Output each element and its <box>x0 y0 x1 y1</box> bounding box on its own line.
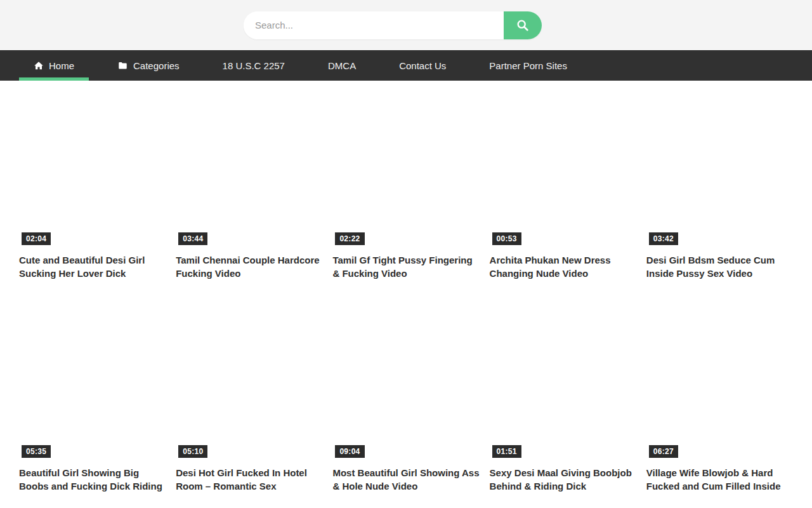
duration-badge: 06:27 <box>649 445 678 458</box>
video-card: 05:35 Beautiful Girl Showing Big Boobs a… <box>19 298 166 493</box>
nav-item-partner-porn-sites[interactable]: Partner Porn Sites <box>475 50 582 81</box>
nav-item-label: Home <box>49 60 74 71</box>
video-grid: 02:04 Cute and Beautiful Desi Girl Sucki… <box>19 85 793 493</box>
search-icon <box>516 18 530 32</box>
folder-icon <box>117 61 128 70</box>
video-title-link[interactable]: Desi Girl Bdsm Seduce Cum Inside Pussy S… <box>646 253 793 280</box>
video-title-link[interactable]: Archita Phukan New Dress Changing Nude V… <box>490 253 636 280</box>
video-card: 05:10 Desi Hot Girl Fucked In Hotel Room… <box>176 298 322 493</box>
video-card: 02:22 Tamil Gf Tight Pussy Fingering & F… <box>332 85 479 280</box>
video-title-link[interactable]: Tamil Chennai Couple Hardcore Fucking Vi… <box>176 253 322 280</box>
nav-item-dmca[interactable]: DMCA <box>313 50 370 81</box>
nav-item-18-u-s-c-2257[interactable]: 18 U.S.C 2257 <box>208 50 299 81</box>
duration-badge: 03:42 <box>649 232 678 245</box>
duration-badge: 05:35 <box>22 445 51 458</box>
video-card: 03:42 Desi Girl Bdsm Seduce Cum Inside P… <box>646 85 793 280</box>
video-card: 03:44 Tamil Chennai Couple Hardcore Fuck… <box>176 85 322 280</box>
nav-item-label: DMCA <box>328 60 356 71</box>
search-button[interactable] <box>504 11 542 39</box>
video-thumbnail[interactable]: 06:27 <box>646 298 793 460</box>
video-thumbnail[interactable]: 00:53 <box>490 85 636 248</box>
video-card: 01:51 Sexy Desi Maal Giving Boobjob Behi… <box>490 298 636 493</box>
nav-item-label: Contact Us <box>399 60 446 71</box>
main-nav: Home Categories 18 U.S.C 2257 DMCA Conta… <box>0 50 812 81</box>
video-title-link[interactable]: Most Beautiful Girl Showing Ass & Hole N… <box>332 466 479 493</box>
duration-badge: 00:53 <box>492 232 521 245</box>
search-input[interactable] <box>244 11 504 39</box>
duration-badge: 01:51 <box>492 445 521 458</box>
video-thumbnail[interactable]: 03:42 <box>646 85 793 248</box>
video-title-link[interactable]: Tamil Gf Tight Pussy Fingering & Fucking… <box>332 253 479 280</box>
video-thumbnail[interactable]: 03:44 <box>176 85 322 248</box>
video-thumbnail[interactable]: 05:10 <box>176 298 322 460</box>
duration-badge: 05:10 <box>178 445 207 458</box>
video-title-link[interactable]: Village Wife Blowjob & Hard Fucked and C… <box>646 466 793 493</box>
video-thumbnail[interactable]: 09:04 <box>332 298 479 460</box>
video-thumbnail[interactable]: 01:51 <box>490 298 636 460</box>
nav-item-label: Categories <box>133 60 180 71</box>
video-title-link[interactable]: Beautiful Girl Showing Big Boobs and Fuc… <box>19 466 166 493</box>
video-thumbnail[interactable]: 05:35 <box>19 298 166 460</box>
nav-item-contact-us[interactable]: Contact Us <box>384 50 461 81</box>
video-list-section: 02:04 Cute and Beautiful Desi Girl Sucki… <box>0 81 812 493</box>
duration-badge: 09:04 <box>335 445 364 458</box>
nav-item-categories[interactable]: Categories <box>103 50 194 81</box>
video-title-link[interactable]: Cute and Beautiful Desi Girl Sucking Her… <box>19 253 166 280</box>
video-title-link[interactable]: Sexy Desi Maal Giving Boobjob Behind & R… <box>490 466 636 493</box>
duration-badge: 03:44 <box>178 232 207 245</box>
video-card: 06:27 Village Wife Blowjob & Hard Fucked… <box>646 298 793 493</box>
nav-item-label: 18 U.S.C 2257 <box>223 60 285 71</box>
duration-badge: 02:22 <box>335 232 364 245</box>
nav-item-home[interactable]: Home <box>19 50 89 81</box>
home-icon <box>34 61 44 70</box>
duration-badge: 02:04 <box>22 232 51 245</box>
video-card: 00:53 Archita Phukan New Dress Changing … <box>490 85 636 280</box>
search-form <box>244 11 542 39</box>
video-card: 02:04 Cute and Beautiful Desi Girl Sucki… <box>19 85 166 280</box>
video-thumbnail[interactable]: 02:04 <box>19 85 166 248</box>
top-search-bar <box>0 0 812 50</box>
nav-item-label: Partner Porn Sites <box>489 60 567 71</box>
nav-items: Home Categories 18 U.S.C 2257 DMCA Conta… <box>19 50 596 81</box>
video-thumbnail[interactable]: 02:22 <box>332 85 479 248</box>
video-card: 09:04 Most Beautiful Girl Showing Ass & … <box>332 298 479 493</box>
video-title-link[interactable]: Desi Hot Girl Fucked In Hotel Room – Rom… <box>176 466 322 493</box>
